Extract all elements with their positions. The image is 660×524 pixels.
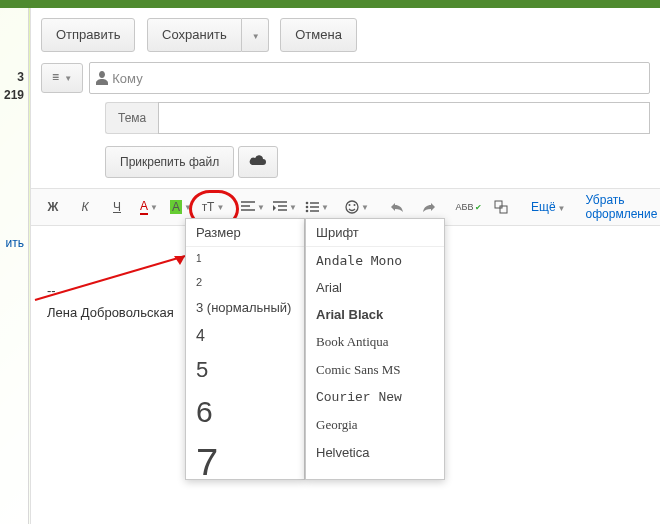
indent-button[interactable]: ▼ xyxy=(269,194,301,220)
font-option[interactable]: Arial xyxy=(306,274,444,301)
size-option[interactable]: 3 (нормальный) xyxy=(186,294,304,321)
person-icon xyxy=(96,71,108,85)
subject-label: Тема xyxy=(105,102,158,134)
size-option[interactable]: 2 xyxy=(186,270,304,294)
size-dropdown-list[interactable]: 1 2 3 (нормальный) 4 5 6 7 xyxy=(186,247,304,475)
indent-icon xyxy=(273,201,287,213)
font-size-button[interactable]: тТ▼ xyxy=(197,194,229,220)
font-size-dropdown: Размер 1 2 3 (нормальный) 4 5 6 7 xyxy=(185,218,305,480)
font-option[interactable]: Andale Mono xyxy=(306,247,444,274)
font-option[interactable]: Courier New xyxy=(306,384,444,411)
to-placeholder: Кому xyxy=(112,71,142,86)
font-option[interactable]: Book Antiqua xyxy=(306,328,444,356)
list-button[interactable]: ▼ xyxy=(301,194,333,220)
cancel-button[interactable]: Отмена xyxy=(280,18,357,52)
size-option[interactable]: 1 xyxy=(186,247,304,270)
emoji-button[interactable]: ▼ xyxy=(341,194,373,220)
left-sidebar: 3 219 ить xyxy=(0,8,29,524)
align-icon xyxy=(241,201,255,213)
clear-format-button[interactable]: Убрать оформление xyxy=(579,193,660,221)
undo-icon xyxy=(390,201,404,213)
underline-button[interactable]: Ч xyxy=(101,194,133,220)
subject-input[interactable] xyxy=(158,102,650,134)
attach-button[interactable]: Прикрепить файл xyxy=(105,146,234,178)
font-dropdown-list[interactable]: Andale Mono Arial Arial Black Book Antiq… xyxy=(306,247,444,475)
svg-point-2 xyxy=(306,210,309,213)
svg-point-1 xyxy=(306,206,309,209)
list-icon xyxy=(305,201,319,213)
cloud-attach-button[interactable] xyxy=(238,146,278,178)
compose-top-buttons: Отправить Сохранить▼ Отмена xyxy=(31,8,660,58)
bold-button[interactable]: Ж xyxy=(37,194,69,220)
font-option[interactable]: Helvetica xyxy=(306,439,444,466)
translate-button[interactable] xyxy=(485,194,517,220)
sidebar-count-total[interactable]: 219 xyxy=(0,86,28,104)
options-button[interactable]: ≡ ▼ xyxy=(41,63,83,93)
italic-button[interactable]: К xyxy=(69,194,101,220)
font-dropdown-header: Шрифт xyxy=(306,219,444,247)
spellcheck-button[interactable]: АБВ✔ xyxy=(453,194,485,220)
svg-point-0 xyxy=(306,202,309,205)
undo-button[interactable] xyxy=(381,194,413,220)
send-button[interactable]: Отправить xyxy=(41,18,135,52)
svg-point-4 xyxy=(349,204,351,206)
sidebar-count-unread[interactable]: 3 xyxy=(0,68,28,86)
save-button[interactable]: Сохранить xyxy=(147,18,242,52)
save-dropdown-button[interactable]: ▼ xyxy=(242,18,269,52)
svg-rect-7 xyxy=(500,206,507,213)
size-option[interactable]: 7 xyxy=(186,435,304,475)
svg-rect-6 xyxy=(495,201,502,208)
more-button[interactable]: Ещё▼ xyxy=(525,200,571,214)
cloud-icon xyxy=(249,154,267,166)
top-bar xyxy=(0,0,660,8)
svg-point-3 xyxy=(346,201,358,213)
translate-icon xyxy=(494,200,508,214)
size-dropdown-header: Размер xyxy=(186,219,304,247)
font-option[interactable]: Arial Black xyxy=(306,301,444,328)
svg-point-5 xyxy=(354,204,356,206)
redo-icon xyxy=(422,201,436,213)
redo-button[interactable] xyxy=(413,194,445,220)
smile-icon xyxy=(345,200,359,214)
font-family-dropdown: Шрифт Andale Mono Arial Arial Black Book… xyxy=(305,218,445,480)
subject-row: Тема xyxy=(31,98,660,138)
sidebar-link[interactable]: ить xyxy=(0,234,28,252)
size-option[interactable]: 5 xyxy=(186,351,304,389)
to-field[interactable]: Кому xyxy=(89,62,650,94)
attach-row: Прикрепить файл xyxy=(31,138,660,188)
font-option[interactable]: Georgia xyxy=(306,411,444,439)
size-option[interactable]: 4 xyxy=(186,321,304,351)
font-option[interactable]: Comic Sans MS xyxy=(306,356,444,384)
to-row: ≡ ▼ Кому xyxy=(31,58,660,98)
align-button[interactable]: ▼ xyxy=(237,194,269,220)
font-color-button[interactable]: А▼ xyxy=(133,194,165,220)
bg-color-button[interactable]: А▼ xyxy=(165,194,197,220)
size-option[interactable]: 6 xyxy=(186,389,304,435)
